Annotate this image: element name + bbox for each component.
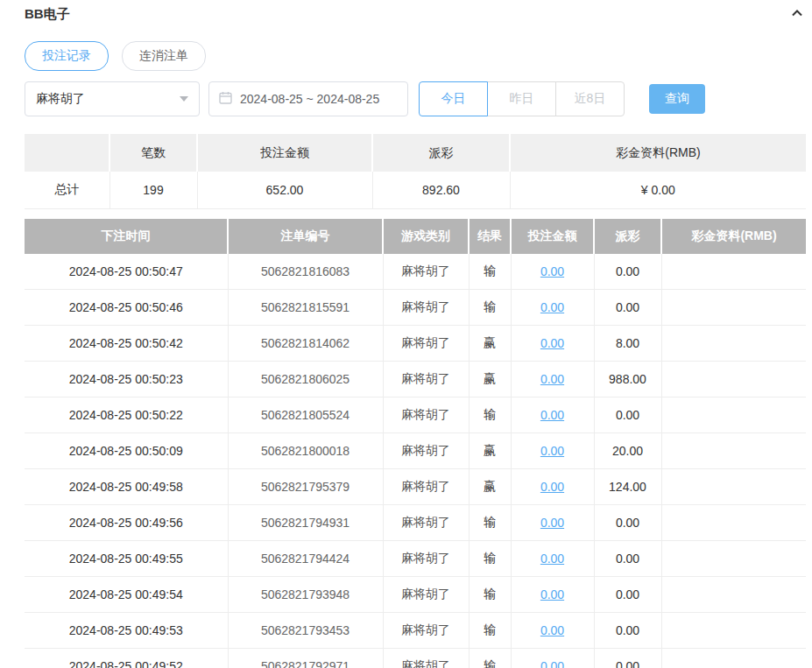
bonus-cell bbox=[661, 290, 806, 326]
bet-amount-link[interactable]: 0.00 bbox=[540, 623, 564, 637]
game-type-cell: 麻将胡了 bbox=[383, 290, 469, 326]
order-number-cell: 5062821793948 bbox=[228, 577, 383, 613]
panel-title: BB电子 bbox=[25, 6, 70, 23]
bet-time-cell: 2024-08-25 00:49:54 bbox=[25, 577, 228, 613]
bonus-cell bbox=[661, 613, 806, 649]
result-cell: 输 bbox=[469, 613, 511, 649]
chevron-down-icon bbox=[180, 96, 188, 102]
table-row: 2024-08-25 00:49:535062821793453麻将胡了输0.0… bbox=[25, 613, 806, 649]
table-row: 2024-08-25 00:50:425062821814062麻将胡了赢0.0… bbox=[25, 326, 806, 362]
order-number-cell: 5062821793453 bbox=[228, 613, 383, 649]
result-cell: 输 bbox=[469, 254, 511, 290]
summary-total-row: 总计 199 652.00 892.60 ¥ 0.00 bbox=[25, 172, 806, 209]
last-8-days-button[interactable]: 近8日 bbox=[555, 81, 625, 116]
game-type-cell: 麻将胡了 bbox=[383, 326, 469, 362]
bet-amount-cell: 0.00 bbox=[511, 505, 594, 541]
game-type-cell: 麻将胡了 bbox=[383, 254, 469, 290]
bet-time-cell: 2024-08-25 00:49:58 bbox=[25, 469, 228, 505]
detail-header-bet-amount: 投注金额 bbox=[511, 219, 594, 254]
table-row: 2024-08-25 00:49:555062821794424麻将胡了输0.0… bbox=[25, 541, 806, 577]
detail-table-body: 2024-08-25 00:50:475062821816083麻将胡了输0.0… bbox=[25, 254, 806, 668]
bet-time-cell: 2024-08-25 00:49:52 bbox=[25, 649, 228, 668]
game-type-cell: 麻将胡了 bbox=[383, 649, 469, 668]
summary-payout-value: 892.60 bbox=[372, 172, 510, 209]
summary-header-count: 笔数 bbox=[109, 134, 197, 172]
bet-amount-cell: 0.00 bbox=[511, 577, 594, 613]
bet-time-cell: 2024-08-25 00:50:23 bbox=[25, 362, 228, 397]
order-number-cell: 5062821800018 bbox=[228, 433, 383, 469]
game-type-cell: 麻将胡了 bbox=[383, 505, 469, 541]
summary-total-label: 总计 bbox=[25, 172, 109, 209]
bet-amount-cell: 0.00 bbox=[511, 254, 594, 290]
bet-amount-link[interactable]: 0.00 bbox=[540, 659, 564, 668]
bet-amount-cell: 0.00 bbox=[511, 397, 594, 433]
bet-amount-link[interactable]: 0.00 bbox=[540, 336, 564, 350]
filter-bar: 麻将胡了 2024-08-25 ~ 2024-08-25 今日 昨日 近8日 查… bbox=[25, 81, 806, 116]
result-cell: 输 bbox=[469, 397, 511, 433]
table-row: 2024-08-25 00:50:465062821815591麻将胡了输0.0… bbox=[25, 290, 806, 326]
bet-amount-link[interactable]: 0.00 bbox=[540, 587, 564, 601]
order-number-cell: 5062821794424 bbox=[228, 541, 383, 577]
bet-amount-cell: 0.00 bbox=[511, 613, 594, 649]
bet-detail-table: 下注时间 注单编号 游戏类别 结果 投注金额 派彩 彩金资料(RMB) 2024… bbox=[25, 219, 806, 668]
table-row: 2024-08-25 00:49:585062821795379麻将胡了赢0.0… bbox=[25, 469, 806, 505]
bet-amount-cell: 0.00 bbox=[511, 649, 594, 668]
result-cell: 赢 bbox=[469, 326, 511, 362]
tab-cancelled-orders[interactable]: 连消注单 bbox=[122, 41, 206, 71]
detail-header-row: 下注时间 注单编号 游戏类别 结果 投注金额 派彩 彩金资料(RMB) bbox=[25, 219, 806, 254]
table-row: 2024-08-25 00:50:475062821816083麻将胡了输0.0… bbox=[25, 254, 806, 290]
detail-header-payout: 派彩 bbox=[594, 219, 661, 254]
bet-amount-link[interactable]: 0.00 bbox=[540, 264, 564, 278]
payout-cell: 124.00 bbox=[594, 469, 661, 505]
game-type-cell: 麻将胡了 bbox=[383, 577, 469, 613]
chevron-up-icon bbox=[790, 6, 804, 23]
result-cell: 赢 bbox=[469, 433, 511, 469]
bet-amount-link[interactable]: 0.00 bbox=[540, 552, 564, 566]
bonus-cell bbox=[661, 433, 806, 469]
bet-amount-link[interactable]: 0.00 bbox=[540, 444, 564, 458]
payout-cell: 8.00 bbox=[594, 326, 661, 362]
payout-cell: 0.00 bbox=[594, 290, 661, 326]
bet-amount-link[interactable]: 0.00 bbox=[540, 408, 564, 422]
date-range-value: 2024-08-25 ~ 2024-08-25 bbox=[240, 92, 379, 106]
bonus-cell bbox=[661, 577, 806, 613]
payout-cell: 988.00 bbox=[594, 362, 661, 397]
bet-amount-link[interactable]: 0.00 bbox=[540, 300, 564, 314]
quick-date-group: 今日 昨日 近8日 bbox=[419, 81, 625, 116]
payout-cell: 0.00 bbox=[594, 613, 661, 649]
summary-bet-amount-value: 652.00 bbox=[197, 172, 372, 209]
bet-records-panel: BB电子 投注记录 连消注单 麻将胡了 2024-08-25 ~ 2024-08… bbox=[0, 0, 812, 668]
summary-header-bonus: 彩金资料(RMB) bbox=[510, 134, 806, 172]
result-cell: 输 bbox=[469, 290, 511, 326]
detail-header-bet-time: 下注时间 bbox=[25, 219, 228, 254]
yesterday-button[interactable]: 昨日 bbox=[487, 81, 556, 116]
payout-cell: 0.00 bbox=[594, 397, 661, 433]
date-range-input[interactable]: 2024-08-25 ~ 2024-08-25 bbox=[208, 81, 408, 116]
bonus-cell bbox=[661, 469, 806, 505]
tab-bet-records[interactable]: 投注记录 bbox=[25, 41, 109, 71]
game-type-cell: 麻将胡了 bbox=[383, 362, 469, 397]
summary-table: 笔数 投注金额 派彩 彩金资料(RMB) 总计 199 652.00 892.6… bbox=[25, 134, 806, 209]
bet-amount-link[interactable]: 0.00 bbox=[540, 372, 564, 386]
table-row: 2024-08-25 00:50:225062821805524麻将胡了输0.0… bbox=[25, 397, 806, 433]
order-number-cell: 5062821792971 bbox=[228, 649, 383, 668]
bet-amount-link[interactable]: 0.00 bbox=[540, 516, 564, 530]
query-button[interactable]: 查询 bbox=[649, 84, 705, 114]
tab-label: 投注记录 bbox=[42, 48, 91, 64]
bet-amount-link[interactable]: 0.00 bbox=[540, 480, 564, 494]
result-cell: 输 bbox=[469, 577, 511, 613]
result-cell: 输 bbox=[469, 505, 511, 541]
result-cell: 赢 bbox=[469, 362, 511, 397]
bet-time-cell: 2024-08-25 00:50:46 bbox=[25, 290, 228, 326]
game-select[interactable]: 麻将胡了 bbox=[25, 81, 200, 116]
bet-amount-cell: 0.00 bbox=[511, 326, 594, 362]
today-button[interactable]: 今日 bbox=[419, 81, 488, 116]
table-row: 2024-08-25 00:50:095062821800018麻将胡了赢0.0… bbox=[25, 433, 806, 469]
summary-header-empty bbox=[25, 134, 109, 172]
collapse-panel-button[interactable] bbox=[788, 5, 806, 23]
summary-header-bet-amount: 投注金额 bbox=[197, 134, 372, 172]
bonus-cell bbox=[661, 326, 806, 362]
bet-time-cell: 2024-08-25 00:50:09 bbox=[25, 433, 228, 469]
table-row: 2024-08-25 00:49:525062821792971麻将胡了输0.0… bbox=[25, 649, 806, 668]
panel-header: BB电子 bbox=[25, 4, 806, 25]
